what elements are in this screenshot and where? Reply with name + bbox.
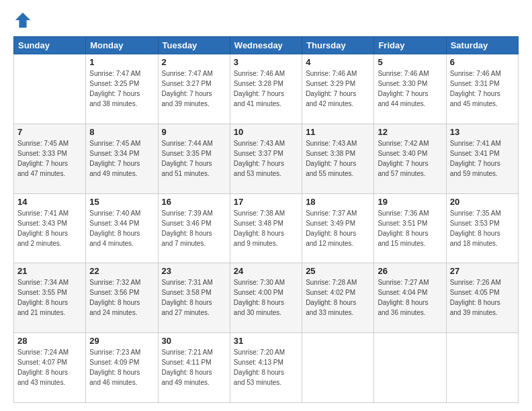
day-number: 22 xyxy=(89,266,154,276)
day-info-line: Sunset: 3:40 PM xyxy=(378,148,442,158)
weekday-header-saturday: Saturday xyxy=(446,37,518,54)
day-info-line: and 59 minutes. xyxy=(450,169,515,179)
weekday-header-sunday: Sunday xyxy=(14,37,86,54)
day-info-line: Sunset: 3:37 PM xyxy=(234,148,298,158)
day-info-line: Sunset: 4:09 PM xyxy=(89,357,154,367)
calendar-cell: 17Sunrise: 7:38 AMSunset: 3:48 PMDayligh… xyxy=(230,193,302,263)
calendar-cell: 28Sunrise: 7:24 AMSunset: 4:07 PMDayligh… xyxy=(14,333,86,403)
day-info-line: and 44 minutes. xyxy=(378,99,442,109)
day-info-line: and 7 minutes. xyxy=(162,238,226,248)
day-number: 9 xyxy=(162,127,226,137)
calendar-cell: 10Sunrise: 7:43 AMSunset: 3:37 PMDayligh… xyxy=(230,124,302,193)
day-info-line: Daylight: 7 hours xyxy=(234,89,298,99)
calendar-cell: 20Sunrise: 7:35 AMSunset: 3:53 PMDayligh… xyxy=(446,193,518,263)
day-number: 16 xyxy=(162,197,226,207)
day-info-line: Sunrise: 7:27 AM xyxy=(378,277,442,287)
day-info-line: and 47 minutes. xyxy=(17,169,82,179)
day-number: 1 xyxy=(89,57,154,67)
day-info-line: Sunrise: 7:35 AM xyxy=(450,208,515,218)
day-number: 24 xyxy=(234,266,298,276)
day-number: 5 xyxy=(378,57,442,67)
day-info-line: and 49 minutes. xyxy=(162,377,226,387)
day-info-line: Sunset: 4:11 PM xyxy=(162,357,226,367)
day-info-line: Sunset: 4:07 PM xyxy=(17,357,82,367)
day-info-line: Sunset: 3:31 PM xyxy=(450,79,515,89)
day-info-line: Sunrise: 7:39 AM xyxy=(162,208,226,218)
calendar-week-4: 21Sunrise: 7:34 AMSunset: 3:55 PMDayligh… xyxy=(14,263,519,333)
day-info-line: Daylight: 8 hours xyxy=(17,298,82,308)
day-number: 18 xyxy=(306,197,370,207)
calendar-week-3: 14Sunrise: 7:41 AMSunset: 3:43 PMDayligh… xyxy=(14,193,519,263)
calendar-week-2: 7Sunrise: 7:45 AMSunset: 3:33 PMDaylight… xyxy=(14,124,519,193)
day-info-line: Daylight: 7 hours xyxy=(89,89,154,99)
day-info-line: Sunrise: 7:20 AM xyxy=(234,347,298,357)
day-info-line: and 49 minutes. xyxy=(89,169,154,179)
weekday-header-friday: Friday xyxy=(374,37,446,54)
day-info-line: Sunset: 3:58 PM xyxy=(162,287,226,298)
day-info-line: Sunrise: 7:45 AM xyxy=(89,138,154,148)
day-info-line: and 53 minutes. xyxy=(234,169,298,179)
calendar-cell: 30Sunrise: 7:21 AMSunset: 4:11 PMDayligh… xyxy=(158,333,230,403)
day-number: 17 xyxy=(234,197,298,207)
day-info-line: and 2 minutes. xyxy=(17,238,82,248)
calendar-cell xyxy=(374,333,446,403)
day-info-line: Sunrise: 7:46 AM xyxy=(306,68,370,79)
day-info-line: Sunrise: 7:23 AM xyxy=(89,347,154,357)
day-info-line: Sunrise: 7:34 AM xyxy=(17,277,82,287)
day-info-line: and 12 minutes. xyxy=(306,238,370,248)
day-number: 10 xyxy=(234,127,298,137)
day-info-line: Sunrise: 7:40 AM xyxy=(89,208,154,218)
day-info-line: Sunrise: 7:47 AM xyxy=(162,68,226,79)
calendar-cell: 13Sunrise: 7:41 AMSunset: 3:41 PMDayligh… xyxy=(446,124,518,193)
calendar-cell: 8Sunrise: 7:45 AMSunset: 3:34 PMDaylight… xyxy=(86,124,158,193)
calendar-cell: 3Sunrise: 7:46 AMSunset: 3:28 PMDaylight… xyxy=(230,54,302,124)
day-info-line: and 9 minutes. xyxy=(234,238,298,248)
header xyxy=(13,11,519,30)
day-info-line: Sunset: 3:29 PM xyxy=(306,79,370,89)
day-info-line: Sunset: 3:49 PM xyxy=(306,218,370,228)
calendar-cell: 11Sunrise: 7:43 AMSunset: 3:38 PMDayligh… xyxy=(302,124,374,193)
day-number: 26 xyxy=(378,266,442,276)
day-info-line: Sunset: 3:43 PM xyxy=(17,218,82,228)
day-info-line: and 45 minutes. xyxy=(450,99,515,109)
day-number: 13 xyxy=(450,127,515,137)
day-number: 23 xyxy=(162,266,226,276)
day-info-line: Sunrise: 7:43 AM xyxy=(306,138,370,148)
page: SundayMondayTuesdayWednesdayThursdayFrid… xyxy=(0,0,532,411)
day-info-line: and 36 minutes. xyxy=(378,308,442,318)
day-info-line: and 57 minutes. xyxy=(378,169,442,179)
day-info-line: Sunset: 4:02 PM xyxy=(306,287,370,298)
calendar-week-1: 1Sunrise: 7:47 AMSunset: 3:25 PMDaylight… xyxy=(14,54,519,124)
day-info-line: Daylight: 8 hours xyxy=(234,367,298,377)
day-number: 15 xyxy=(89,197,154,207)
day-info-line: Daylight: 7 hours xyxy=(378,158,442,169)
day-info-line: Sunrise: 7:31 AM xyxy=(162,277,226,287)
calendar-cell: 31Sunrise: 7:20 AMSunset: 4:13 PMDayligh… xyxy=(230,333,302,403)
day-info-line: Sunrise: 7:46 AM xyxy=(234,68,298,79)
day-number: 4 xyxy=(306,57,370,67)
day-info-line: Sunrise: 7:42 AM xyxy=(378,138,442,148)
day-number: 2 xyxy=(162,57,226,67)
day-info-line: Sunset: 3:46 PM xyxy=(162,218,226,228)
day-info-line: Sunrise: 7:36 AM xyxy=(378,208,442,218)
day-info-line: Sunrise: 7:38 AM xyxy=(234,208,298,218)
day-info-line: Daylight: 7 hours xyxy=(306,158,370,169)
calendar-cell: 25Sunrise: 7:28 AMSunset: 4:02 PMDayligh… xyxy=(302,263,374,333)
day-info-line: Sunset: 4:00 PM xyxy=(234,287,298,298)
day-info-line: and 15 minutes. xyxy=(378,238,442,248)
calendar-cell: 27Sunrise: 7:26 AMSunset: 4:05 PMDayligh… xyxy=(446,263,518,333)
day-number: 30 xyxy=(162,336,226,346)
day-info-line: Sunset: 3:25 PM xyxy=(89,79,154,89)
svg-marker-0 xyxy=(15,13,30,28)
day-info-line: Daylight: 8 hours xyxy=(162,298,226,308)
day-info-line: Sunset: 4:04 PM xyxy=(378,287,442,298)
day-info-line: and 43 minutes. xyxy=(17,377,82,387)
day-info-line: Daylight: 8 hours xyxy=(89,228,154,238)
day-info-line: Sunrise: 7:44 AM xyxy=(162,138,226,148)
day-info-line: Daylight: 8 hours xyxy=(17,367,82,377)
calendar-cell: 19Sunrise: 7:36 AMSunset: 3:51 PMDayligh… xyxy=(374,193,446,263)
day-info-line: Sunrise: 7:47 AM xyxy=(89,68,154,79)
calendar-cell: 2Sunrise: 7:47 AMSunset: 3:27 PMDaylight… xyxy=(158,54,230,124)
calendar-cell: 12Sunrise: 7:42 AMSunset: 3:40 PMDayligh… xyxy=(374,124,446,193)
calendar-cell: 18Sunrise: 7:37 AMSunset: 3:49 PMDayligh… xyxy=(302,193,374,263)
